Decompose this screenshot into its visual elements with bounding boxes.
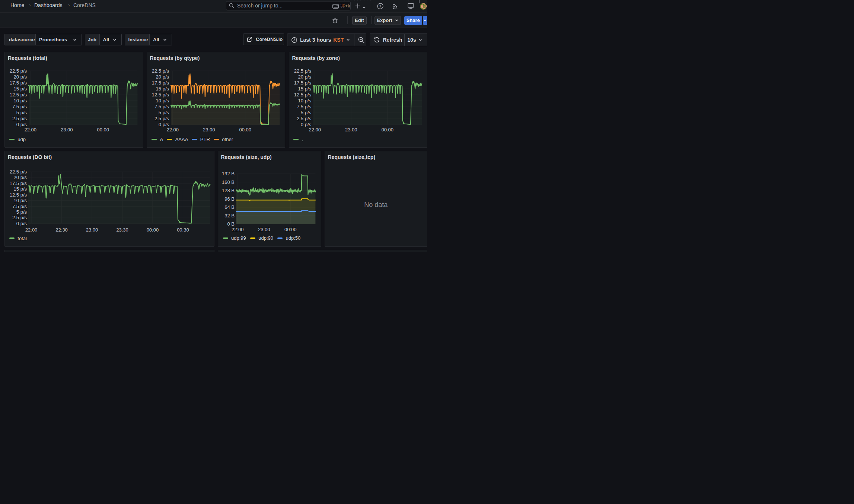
svg-text:22:30: 22:30 — [55, 227, 68, 233]
svg-text:23:00: 23:00 — [61, 127, 73, 133]
svg-text:0 p/s: 0 p/s — [158, 122, 169, 128]
svg-text:0 B: 0 B — [227, 221, 235, 227]
svg-text:17.5 p/s: 17.5 p/s — [152, 80, 169, 86]
svg-text:17.5 p/s: 17.5 p/s — [10, 181, 27, 186]
svg-text:20 p/s: 20 p/s — [298, 74, 311, 80]
svg-text:64 B: 64 B — [224, 204, 235, 210]
svg-text:5 p/s: 5 p/s — [158, 110, 169, 115]
svg-text:23:30: 23:30 — [116, 227, 128, 233]
svg-text:22:00: 22:00 — [309, 127, 321, 133]
svg-text:96 B: 96 B — [224, 196, 235, 202]
svg-text:32 B: 32 B — [224, 213, 235, 218]
svg-text:22:00: 22:00 — [25, 227, 38, 233]
svg-text:22.5 p/s: 22.5 p/s — [294, 68, 311, 74]
svg-text:00:00: 00:00 — [147, 227, 159, 233]
svg-text:22:00: 22:00 — [24, 127, 36, 133]
svg-text:22.5 p/s: 22.5 p/s — [10, 169, 27, 175]
svg-text:0 p/s: 0 p/s — [16, 122, 27, 128]
svg-text:2.5 p/s: 2.5 p/s — [12, 215, 27, 220]
svg-text:20 p/s: 20 p/s — [14, 74, 27, 80]
svg-text:0 p/s: 0 p/s — [16, 221, 27, 226]
svg-text:22.5 p/s: 22.5 p/s — [152, 68, 169, 74]
svg-text:12.5 p/s: 12.5 p/s — [294, 92, 311, 98]
svg-text:?: ? — [379, 4, 381, 8]
svg-text:0 p/s: 0 p/s — [300, 122, 311, 128]
svg-text:00:00: 00:00 — [97, 127, 109, 133]
svg-text:22:00: 22:00 — [232, 227, 244, 232]
svg-text:12.5 p/s: 12.5 p/s — [10, 92, 27, 98]
svg-text:15 p/s: 15 p/s — [14, 186, 27, 192]
svg-text:7.5 p/s: 7.5 p/s — [12, 104, 27, 109]
svg-text:10 p/s: 10 p/s — [14, 98, 27, 103]
svg-text:00:00: 00:00 — [284, 227, 296, 232]
svg-text:5 p/s: 5 p/s — [16, 110, 27, 115]
svg-text:20 p/s: 20 p/s — [14, 175, 27, 180]
svg-text:22:00: 22:00 — [166, 127, 179, 133]
svg-text:22.5 p/s: 22.5 p/s — [10, 68, 27, 74]
svg-text:00:00: 00:00 — [239, 127, 251, 133]
svg-text:23:00: 23:00 — [345, 127, 357, 133]
svg-text:12.5 p/s: 12.5 p/s — [10, 192, 27, 198]
svg-text:128 B: 128 B — [222, 188, 235, 193]
svg-text:192 B: 192 B — [222, 171, 235, 176]
svg-text:2.5 p/s: 2.5 p/s — [154, 116, 169, 122]
svg-text:5 p/s: 5 p/s — [16, 209, 27, 215]
svg-text:10 p/s: 10 p/s — [14, 198, 27, 203]
svg-text:20 p/s: 20 p/s — [156, 74, 169, 80]
svg-text:2.5 p/s: 2.5 p/s — [12, 116, 27, 122]
svg-text:7.5 p/s: 7.5 p/s — [154, 104, 169, 109]
svg-text:10 p/s: 10 p/s — [156, 98, 169, 103]
svg-text:7.5 p/s: 7.5 p/s — [12, 204, 27, 209]
svg-text:15 p/s: 15 p/s — [298, 86, 311, 92]
svg-text:15 p/s: 15 p/s — [14, 86, 27, 92]
svg-text:5 p/s: 5 p/s — [300, 110, 311, 115]
svg-text:12.5 p/s: 12.5 p/s — [152, 92, 169, 98]
svg-text:23:00: 23:00 — [258, 227, 270, 232]
svg-text:17.5 p/s: 17.5 p/s — [294, 80, 311, 86]
svg-text:00:30: 00:30 — [177, 227, 189, 233]
svg-text:2.5 p/s: 2.5 p/s — [296, 116, 311, 122]
svg-text:160 B: 160 B — [222, 179, 235, 185]
svg-text:17.5 p/s: 17.5 p/s — [10, 80, 27, 86]
svg-text:15 p/s: 15 p/s — [156, 86, 169, 92]
svg-text:23:00: 23:00 — [203, 127, 215, 133]
svg-text:00:00: 00:00 — [381, 127, 393, 133]
svg-text:7.5 p/s: 7.5 p/s — [296, 104, 311, 109]
svg-text:23:00: 23:00 — [86, 227, 98, 233]
svg-text:10 p/s: 10 p/s — [298, 98, 311, 103]
